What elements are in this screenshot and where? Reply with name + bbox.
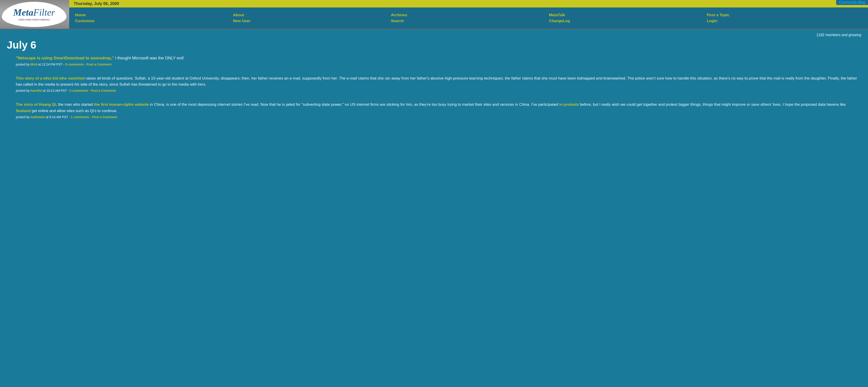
post-3-body: The story of Huang Qi, the man who start… (16, 101, 861, 114)
post-1-meta: posted by Mick at 12:24 PM PST - 0 comme… (16, 63, 861, 66)
site-logo: MetaFilter meta·meta·meta·madness (1, 1, 67, 27)
date-display: Thursday, July 06, 2000 (74, 1, 119, 6)
post-1-author-link[interactable]: Mick (31, 63, 37, 66)
post-3: The story of Huang Qi, the man who start… (7, 101, 861, 121)
post-2-meta: posted by harmful at 10:12 AM PST - 2 co… (16, 89, 861, 92)
post-2: This story of a whiz kid who vanished ra… (7, 75, 861, 95)
post-2-body-1: raises all kinds of questions. Sufiah, a… (86, 76, 339, 80)
post-3-comment-action[interactable]: Post a Comment (92, 115, 117, 119)
post-3-link-rights[interactable]: the first human-rights website (94, 102, 149, 107)
logo-title: MetaFilter (13, 8, 55, 17)
nav-about[interactable]: About (232, 12, 390, 18)
nav-new-user[interactable]: New User (232, 18, 390, 24)
post-3-comments-link[interactable]: 1 comments (71, 115, 89, 119)
post-3-link-sealand[interactable]: Sealand (16, 109, 31, 113)
post-3-meta: posted by mathowie at 9:14 AM PST - 1 co… (16, 115, 861, 119)
logo-subtitle: meta·meta·meta·madness (19, 18, 50, 21)
post-2-comment-action[interactable]: Post a Comment (91, 89, 116, 92)
members-count: 1182 members and growing (7, 33, 861, 37)
nav-login[interactable]: Login (706, 18, 864, 24)
post-1-comments-link[interactable]: 0 comments (65, 63, 84, 66)
date-heading: July 6 (7, 39, 861, 51)
post-3-body-2: in China, is one of the most depressing … (150, 102, 559, 107)
community-blog-label: Community Blog (836, 0, 868, 5)
nav-post-topic[interactable]: Post a Topic (706, 12, 864, 18)
nav-metatalk[interactable]: MetaTalk (548, 12, 706, 18)
post-2-comments-link[interactable]: 2 comments (70, 89, 88, 92)
post-1-comment-action[interactable]: Post a Comment (87, 63, 112, 66)
post-2-body-3: claims that she must have been kidnapped… (522, 76, 749, 80)
post-3-link-protests[interactable]: in protests (559, 102, 579, 107)
post-1: "Netscape is using SmartDownload to eave… (7, 55, 861, 68)
post-2-em-1: The e-mail (339, 76, 357, 80)
nav-changelog[interactable]: ChangeLog (548, 18, 706, 24)
post-3-body-3: before, but I really wish we could get t… (580, 102, 846, 107)
post-3-body-4: get online and allow sites such as Qi's … (32, 109, 117, 113)
post-2-em-4: his (74, 82, 79, 87)
nav-search[interactable]: Search (390, 18, 548, 24)
nav-archives[interactable]: Archives (390, 12, 548, 18)
post-1-title-link[interactable]: "Netscape is using SmartDownload to eave… (16, 56, 114, 60)
post-1-title-rest: I thought Microsoft was the ONLY evil! (115, 56, 184, 60)
post-2-title-link[interactable]: This story of a whiz kid who vanished (16, 76, 85, 80)
post-2-body-5: side of the story, since Sufiah has thre… (80, 82, 206, 87)
post-3-title-link[interactable]: The story of Huang Qi, (16, 102, 57, 107)
post-3-body-1: the man who started (58, 102, 94, 107)
post-1-title: "Netscape is using SmartDownload to eave… (16, 55, 861, 61)
post-2-em-3: prove (749, 76, 758, 80)
post-2-body: This story of a whiz kid who vanished ra… (16, 75, 861, 88)
post-2-body-2: claims that she ran away from her father… (358, 76, 505, 80)
post-2-em-2: the father (505, 76, 521, 80)
post-3-author-link[interactable]: mathowie (31, 115, 45, 119)
post-2-author-link[interactable]: harmful (31, 89, 42, 92)
nav-home[interactable]: Home (74, 12, 232, 18)
nav-customize[interactable]: Customize (74, 18, 232, 24)
